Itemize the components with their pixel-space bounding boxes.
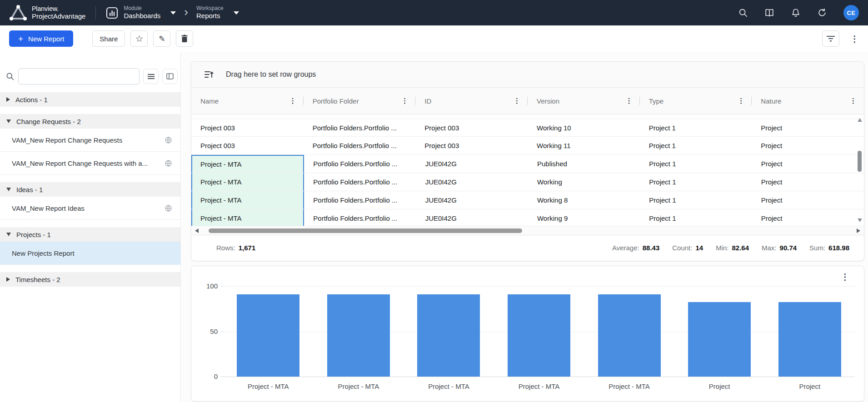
table-cell[interactable]: Project 003 xyxy=(191,119,304,136)
column-header-nature[interactable]: Nature⋮ xyxy=(752,88,864,114)
grid-status-bar: Rows:1,671 Average:88.43Count:14Min:82.6… xyxy=(191,235,864,260)
dashboards-module-icon xyxy=(106,7,118,19)
table-row: Project 003Portfolio Folders.Portfolio .… xyxy=(191,137,864,155)
table-cell[interactable]: JUE0I42G xyxy=(416,191,528,209)
refresh-icon[interactable] xyxy=(817,8,827,18)
table-cell[interactable]: Portfolio Folders.Portfolio ... xyxy=(304,137,416,154)
table-cell[interactable]: Working 9 xyxy=(528,209,640,226)
table-cell[interactable]: Project - MTA xyxy=(191,173,304,191)
table-cell[interactable]: Project xyxy=(752,137,864,154)
column-header-version[interactable]: Version⋮ xyxy=(528,88,640,114)
share-button[interactable]: Share xyxy=(92,30,125,47)
module-selector[interactable]: Module Dashboards xyxy=(106,5,176,20)
table-cell[interactable]: Project - MTA xyxy=(191,155,304,173)
edit-button[interactable]: ✎ xyxy=(153,30,170,47)
notifications-bell-icon[interactable] xyxy=(791,8,801,18)
scroll-right-icon[interactable] xyxy=(857,228,860,233)
column-menu-kebab-icon[interactable]: ⋮ xyxy=(289,97,296,105)
sidebar-report-item[interactable]: New Projects Report xyxy=(0,242,180,265)
table-cell[interactable]: Project - MTA xyxy=(191,191,304,209)
column-menu-kebab-icon[interactable]: ⋮ xyxy=(850,97,857,105)
collapse-triangle-icon xyxy=(6,233,11,236)
sidebar-section-header[interactable]: Actions - 1 xyxy=(0,92,180,107)
collapse-panel-button[interactable] xyxy=(162,69,178,84)
sidebar-search-input[interactable] xyxy=(18,68,140,84)
table-row: Project - MTAPortfolio Folders.Portfolio… xyxy=(191,173,864,191)
column-menu-kebab-icon[interactable]: ⋮ xyxy=(514,97,520,105)
column-header-label: Name xyxy=(200,97,219,105)
scroll-left-icon[interactable] xyxy=(195,228,199,233)
filter-button[interactable] xyxy=(822,30,839,47)
table-cell[interactable]: Project 003 xyxy=(191,137,304,154)
table-cell[interactable]: Project xyxy=(752,209,864,226)
scroll-down-icon[interactable] xyxy=(858,218,862,222)
table-cell[interactable]: JUE0I42G xyxy=(416,209,528,226)
sidebar-section-header[interactable]: Projects - 1 xyxy=(0,227,180,242)
column-menu-kebab-icon[interactable]: ⋮ xyxy=(626,97,633,105)
collapse-triangle-icon xyxy=(6,119,11,123)
table-cell[interactable]: Project 1 xyxy=(640,119,752,136)
table-cell[interactable]: Project 003 xyxy=(415,137,528,154)
column-header-id[interactable]: ID⋮ xyxy=(415,88,528,114)
table-cell[interactable]: Portfolio Folders.Portfolio ... xyxy=(304,209,416,226)
table-cell[interactable]: Portfolio Folders.Portfolio ... xyxy=(304,173,416,191)
table-cell[interactable]: Project xyxy=(752,119,864,136)
table-cell[interactable]: Project 1 xyxy=(640,155,752,173)
search-icon[interactable] xyxy=(738,8,748,18)
library-book-icon[interactable] xyxy=(764,8,774,18)
user-avatar[interactable]: CE xyxy=(843,5,859,20)
table-cell[interactable]: Project 1 xyxy=(640,173,752,191)
aggregate-value: 82.64 xyxy=(732,244,749,252)
trash-icon xyxy=(181,35,188,43)
favorite-star-button[interactable]: ☆ xyxy=(130,30,148,47)
brand-logo[interactable]: Planview. ProjectAdvantage xyxy=(9,5,85,21)
column-header-type[interactable]: Type⋮ xyxy=(640,88,752,114)
table-row: Project 003Portfolio Folders.Portfolio .… xyxy=(191,119,864,137)
column-menu-kebab-icon[interactable]: ⋮ xyxy=(401,97,408,105)
table-cell[interactable]: Project xyxy=(752,191,864,209)
table-cell[interactable]: Working 10 xyxy=(528,119,640,136)
scroll-up-icon[interactable] xyxy=(858,118,862,122)
table-cell[interactable]: Portfolio Folders.Portfolio ... xyxy=(304,155,416,173)
table-cell[interactable]: Project xyxy=(752,173,864,191)
table-cell[interactable]: Project 003 xyxy=(415,119,528,136)
table-cell[interactable]: Project - MTA xyxy=(191,209,304,226)
table-cell[interactable]: Portfolio Folders.Portfolio ... xyxy=(304,119,416,136)
column-header-portfolio-folder[interactable]: Portfolio Folder⋮ xyxy=(304,88,416,114)
planview-logo-icon xyxy=(9,5,27,21)
horizontal-scrollbar[interactable] xyxy=(191,226,864,235)
sidebar-report-item[interactable]: VAM_New Report Ideas xyxy=(0,197,180,220)
table-cell[interactable]: Published xyxy=(528,155,640,173)
row-group-dropzone[interactable]: Drag here to set row groups xyxy=(191,62,864,88)
table-cell[interactable]: Working 11 xyxy=(528,137,640,154)
globe-icon xyxy=(165,159,172,167)
table-cell[interactable]: Project 1 xyxy=(640,209,752,226)
vertical-scrollbar[interactable] xyxy=(857,115,863,225)
table-cell[interactable]: Project 1 xyxy=(640,191,752,209)
sidebar-section-header[interactable]: Change Requests - 2 xyxy=(0,114,180,129)
sidebar-report-item[interactable]: VAM_New Report Change Requests with a... xyxy=(0,152,180,175)
delete-button[interactable] xyxy=(176,30,193,47)
search-icon xyxy=(5,72,15,81)
list-options-button[interactable] xyxy=(143,69,159,84)
workspace-selector[interactable]: Workspace Reports xyxy=(196,5,239,20)
sidebar-report-item[interactable]: VAM_New Report Change Requests xyxy=(0,129,180,152)
aggregate-count: Count:14 xyxy=(672,244,703,252)
column-header-name[interactable]: Name⋮ xyxy=(191,88,304,114)
sidebar-section-header[interactable]: Timesheets - 2 xyxy=(0,272,180,287)
table-cell[interactable]: JUE0I42G xyxy=(416,155,528,173)
column-menu-kebab-icon[interactable]: ⋮ xyxy=(738,97,744,105)
sidebar-section-header[interactable]: Ideas - 1 xyxy=(0,182,180,197)
toolbar-kebab-menu-icon[interactable]: ⋮ xyxy=(850,35,859,43)
horizontal-scroll-thumb[interactable] xyxy=(209,228,522,233)
workspace-label: Workspace xyxy=(196,5,224,12)
table-cell[interactable]: Working xyxy=(528,173,640,191)
table-cell[interactable]: Portfolio Folders.Portfolio ... xyxy=(304,191,416,209)
chart-kebab-menu-icon[interactable]: ⋮ xyxy=(841,273,849,281)
table-cell[interactable]: Project xyxy=(752,155,864,173)
table-cell[interactable]: JUE0I42G xyxy=(416,173,528,191)
table-cell[interactable]: Working 8 xyxy=(528,191,640,209)
vertical-scroll-thumb[interactable] xyxy=(858,151,862,172)
new-report-button[interactable]: + New Report xyxy=(9,30,73,47)
table-cell[interactable]: Project 1 xyxy=(640,137,752,154)
